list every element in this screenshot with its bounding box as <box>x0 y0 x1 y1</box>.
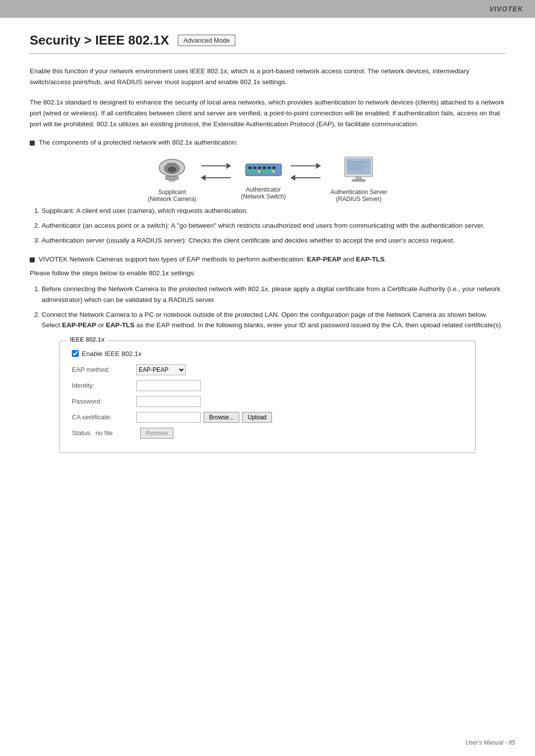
identity-label: Identity: <box>72 382 136 389</box>
enable-checkbox-row[interactable]: Enable IEEE 802.1x <box>72 350 460 357</box>
arrows-2 <box>286 161 330 182</box>
eap-note-section: VIVOTEK Network Cameras support two type… <box>30 255 505 263</box>
svg-rect-4 <box>169 180 175 181</box>
numbered-list-1: Supplicant: A client end user (camera), … <box>30 205 505 246</box>
svg-rect-20 <box>347 159 372 175</box>
brand-logo: VIVOTEK <box>489 5 523 13</box>
identity-row: Identity: <box>72 380 460 391</box>
eap-method-select[interactable]: EAP-PEAP EAP-TLS <box>136 364 186 375</box>
ieee-box-title: IEEE 802.1x <box>67 336 107 343</box>
identity-input[interactable] <box>136 380 201 391</box>
list-item-3: Authentication server (usually a RADIUS … <box>42 235 505 246</box>
main-content: Security > IEEE 802.1X Advanced Mode Ena… <box>0 18 535 483</box>
list2-item-2: Connect the Network Camera to a PC or no… <box>42 309 505 331</box>
top-bar: VIVOTEK <box>0 0 535 18</box>
list2-item-1: Before connecting the Network Camera to … <box>42 284 505 305</box>
steps-intro: Please follow the steps below to enable … <box>30 268 505 279</box>
svg-point-15 <box>258 170 260 173</box>
eap-bullet-icon <box>30 257 35 262</box>
auth-server-label: Authentication Server(RADIUS Server) <box>330 189 387 202</box>
status-row: Status: no file Remove <box>72 428 460 439</box>
page-heading: Security > IEEE 802.1X Advanced Mode <box>30 33 505 54</box>
description-1: Enable this function if your network env… <box>30 66 505 88</box>
svg-point-18 <box>272 170 274 173</box>
bullet-icon <box>30 141 35 146</box>
authenticator-label: Authenticator(Network Switch) <box>241 186 286 200</box>
svg-rect-3 <box>165 176 178 180</box>
svg-rect-11 <box>268 167 270 169</box>
page-title: Security > IEEE 802.1X <box>30 33 169 48</box>
remove-button[interactable]: Remove <box>140 428 173 439</box>
svg-point-2 <box>168 166 176 172</box>
description-2: The 802.1x standard is designed to enhan… <box>30 97 505 130</box>
arrows-1 <box>196 161 241 182</box>
numbered-list-2: Before connecting the Network Camera to … <box>30 284 505 330</box>
eap-method-row: EAP method: EAP-PEAP EAP-TLS <box>72 364 460 375</box>
eap-note-text: VIVOTEK Network Cameras support two type… <box>39 255 386 263</box>
list-item-2: Authenticator (an access point or a swit… <box>42 220 505 231</box>
arrow-left-2 <box>291 173 325 182</box>
svg-rect-8 <box>253 167 256 169</box>
list-item-1: Supplicant: A client end user (camera), … <box>42 205 505 216</box>
svg-point-13 <box>248 170 251 173</box>
svg-rect-7 <box>248 167 251 169</box>
ieee-box: IEEE 802.1x Enable IEEE 802.1x EAP metho… <box>59 341 476 453</box>
switch-icon <box>244 157 283 182</box>
supplicant-label: Supplicant(Network Camera) <box>148 189 196 202</box>
password-row: Password: <box>72 396 460 407</box>
status-label: Status: no file <box>72 429 136 437</box>
svg-point-16 <box>263 170 265 173</box>
enable-ieee-checkbox[interactable] <box>72 350 79 357</box>
svg-point-14 <box>253 170 256 173</box>
diagram-intro-section: The components of a protected network wi… <box>30 139 505 146</box>
camera-icon: VIVOTEK <box>152 155 192 185</box>
advanced-mode-badge[interactable]: Advanced Mode <box>178 35 235 46</box>
network-diagram: VIVOTEK Supplicant(Network Camera) <box>30 155 505 202</box>
arrow-right-1 <box>201 161 236 170</box>
ca-cert-input[interactable] <box>136 412 201 423</box>
server-icon <box>339 155 378 185</box>
password-input[interactable] <box>136 396 201 407</box>
diagram-intro-text: The components of a protected network wi… <box>39 139 238 146</box>
password-label: Password: <box>72 398 136 405</box>
arrow-left-1 <box>201 173 236 182</box>
enable-ieee-label: Enable IEEE 802.1x <box>82 350 142 357</box>
arrow-right-2 <box>291 161 325 170</box>
ca-cert-row: CA certificate: Browse... Upload <box>72 412 460 423</box>
ca-cert-controls: Browse... Upload <box>136 412 272 423</box>
status-value: no file <box>96 429 113 437</box>
upload-button[interactable]: Upload <box>242 412 272 423</box>
svg-rect-9 <box>258 167 261 169</box>
eap-method-label: EAP method: <box>72 366 136 373</box>
svg-point-17 <box>268 170 270 173</box>
svg-rect-10 <box>263 167 266 169</box>
svg-text:VIVOTEK: VIVOTEK <box>167 162 177 165</box>
svg-rect-12 <box>272 167 275 169</box>
browse-button[interactable]: Browse... <box>204 412 239 423</box>
diagram-supplicant: VIVOTEK Supplicant(Network Camera) <box>148 155 196 202</box>
svg-rect-26 <box>352 180 366 182</box>
diagram-authenticator: Authenticator(Network Switch) <box>241 157 286 200</box>
ca-cert-label: CA certificate: <box>72 413 136 421</box>
svg-rect-6 <box>246 164 281 176</box>
diagram-auth-server: Authentication Server(RADIUS Server) <box>330 155 387 202</box>
footer: User's Manual - 85 <box>466 739 515 746</box>
